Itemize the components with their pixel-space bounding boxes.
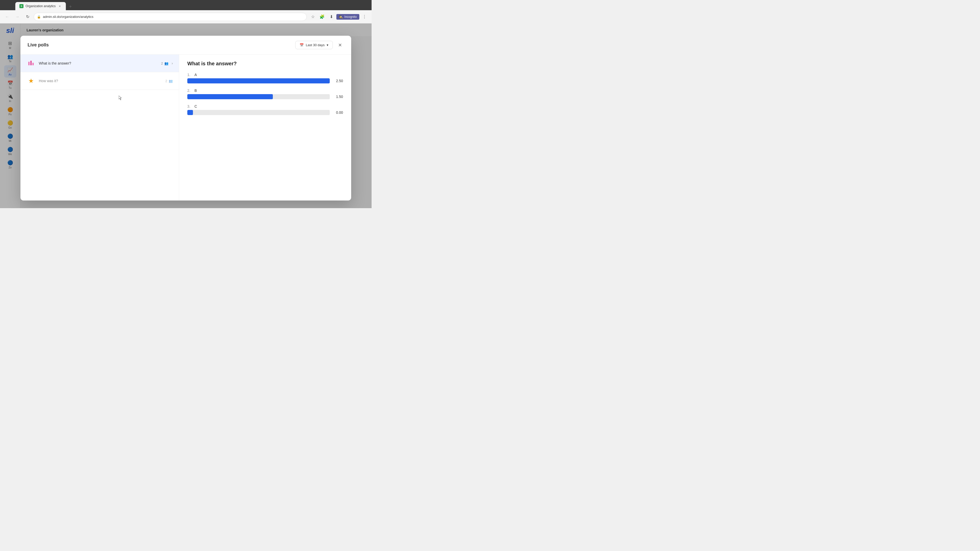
poll-detail-title: What is the answer? [187, 61, 343, 67]
address-bar[interactable]: 🔒 admin.sli.do/organization/analytics [34, 13, 307, 21]
modal-close-button[interactable]: ✕ [336, 41, 344, 49]
bookmark-button[interactable]: ☆ [309, 13, 317, 21]
modal-header: Live polls 📅 Last 30 days ▾ ✕ [21, 36, 351, 55]
answer-c-value: 0.00 [333, 110, 343, 114]
back-button[interactable]: ← [3, 13, 11, 21]
incognito-icon: 🕵 [339, 15, 343, 19]
nav-actions: ☆ 🧩 ⬇ 🕵 Incognito ⋮ [309, 13, 369, 21]
incognito-label: Incognito [344, 15, 357, 19]
url-display: admin.sli.do/organization/analytics [43, 15, 94, 19]
poll-1-respondents-icon: 👥 [164, 62, 169, 65]
answer-c-num: 3. [187, 104, 192, 108]
answer-a-bar-fill [187, 78, 330, 83]
tab-title: Organization analytics [25, 4, 56, 8]
poll-1-respondents: 2 [161, 62, 163, 65]
answer-b-bar-row: 1.50 [187, 94, 343, 99]
extensions-button[interactable]: 🧩 [318, 13, 326, 21]
modal-header-right: 📅 Last 30 days ▾ ✕ [295, 41, 344, 49]
answer-b-bar-bg [187, 94, 330, 99]
poll-2-respondents-icon: 👥 [169, 79, 173, 83]
answer-a-label: A [194, 73, 197, 77]
poll-2-respondents: 2 [165, 79, 167, 83]
poll-2-icon: ★ [27, 76, 36, 86]
live-polls-modal: Live polls 📅 Last 30 days ▾ ✕ [21, 36, 351, 200]
answer-b-value: 1.50 [333, 95, 343, 99]
poll-item-1[interactable]: What is the answer? 2 👥 › [21, 55, 179, 72]
answer-c-bar-fill [187, 110, 193, 115]
answer-a-value: 2.50 [333, 79, 343, 83]
answer-c-bar-row: 0.00 [187, 110, 343, 115]
downloads-button[interactable]: ⬇ [327, 13, 335, 21]
answer-b-label: B [194, 89, 197, 93]
poll-1-icon [27, 59, 36, 68]
tab-bar: S Organization analytics ✕ + [0, 0, 372, 10]
poll-2-meta: 2 👥 [165, 79, 173, 83]
answer-c-bar-bg [187, 110, 330, 115]
poll-1-meta: 2 👥 [161, 62, 169, 65]
poll-detail: What is the answer? 1. A 2.50 2. [179, 55, 351, 200]
answer-a-bar-bg [187, 78, 330, 83]
answer-c-label-row: 3. C [187, 104, 343, 108]
poll-2-name: How was it? [39, 79, 162, 83]
svg-rect-0 [28, 62, 30, 65]
navigation-bar: ← → ↻ 🔒 admin.sli.do/organization/analyt… [0, 10, 372, 24]
answer-c-label: C [194, 104, 197, 108]
active-tab[interactable]: S Organization analytics ✕ [15, 2, 66, 10]
new-tab-button[interactable]: + [67, 3, 74, 10]
svg-rect-1 [30, 61, 32, 65]
modal-body: What is the answer? 2 👥 › ★ How was it? … [21, 55, 351, 200]
answer-item-b: 2. B 1.50 [187, 89, 343, 99]
poll-list: What is the answer? 2 👥 › ★ How was it? … [21, 55, 179, 200]
answer-a-bar-row: 2.50 [187, 78, 343, 83]
svg-rect-2 [32, 63, 34, 65]
incognito-badge: 🕵 Incognito [336, 14, 360, 20]
menu-button[interactable]: ⋮ [360, 13, 369, 21]
forward-button[interactable]: → [13, 13, 21, 21]
tab-close-button[interactable]: ✕ [58, 4, 62, 8]
lock-icon: 🔒 [37, 15, 41, 19]
poll-item-2[interactable]: ★ How was it? 2 👥 [21, 72, 179, 90]
modal-title: Live polls [27, 42, 49, 48]
poll-1-name: What is the answer? [39, 61, 158, 65]
reload-button[interactable]: ↻ [24, 13, 32, 21]
date-filter-label: Last 30 days [306, 43, 325, 47]
answer-b-num: 2. [187, 89, 192, 93]
poll-1-nav-arrow: › [172, 61, 173, 65]
date-filter-chevron-icon: ▾ [327, 43, 328, 47]
tab-favicon: S [19, 4, 24, 8]
date-filter-icon: 📅 [300, 43, 304, 47]
answer-a-label-row: 1. A [187, 73, 343, 77]
answer-b-bar-fill [187, 94, 273, 99]
answer-item-c: 3. C 0.00 [187, 104, 343, 115]
date-filter-button[interactable]: 📅 Last 30 days ▾ [295, 41, 333, 49]
answer-b-label-row: 2. B [187, 89, 343, 93]
answer-a-num: 1. [187, 73, 192, 77]
answer-item-a: 1. A 2.50 [187, 73, 343, 83]
